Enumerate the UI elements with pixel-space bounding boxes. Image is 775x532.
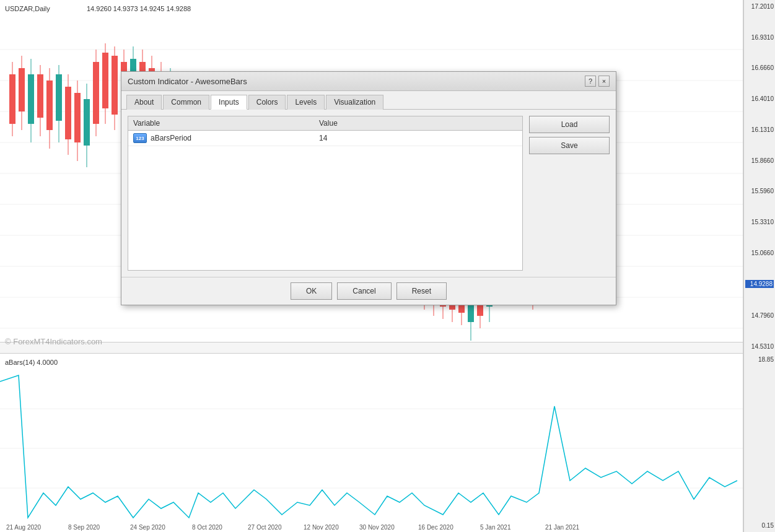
xaxis-21aug: 21 Aug 2020 (6, 524, 41, 531)
xaxis-24sep: 24 Sep 2020 (130, 524, 165, 531)
price-16-1: 16.1310 (745, 126, 774, 133)
price-15-0: 15.0660 (745, 250, 774, 256)
tab-common[interactable]: Common (163, 95, 209, 110)
price-15-5: 15.5960 (745, 188, 774, 194)
price-15-8: 15.8660 (745, 157, 774, 164)
svg-rect-27 (84, 99, 90, 146)
price-16-6: 16.6660 (745, 64, 774, 71)
variable-icon: 123 (133, 133, 147, 143)
price-14-7: 14.7960 (745, 312, 774, 319)
watermark: © ForexMT4Indicators.com (5, 337, 102, 346)
dialog-content: Variable Value 123 aBarsPeriod 14 Load S… (121, 110, 616, 277)
xaxis-bar (0, 342, 743, 353)
svg-rect-13 (19, 68, 25, 111)
oscillator-chart (0, 369, 743, 527)
dialog-controls: ? × (585, 76, 610, 87)
osc-price-high: 18.85 (745, 356, 774, 363)
svg-rect-21 (56, 74, 62, 121)
svg-rect-29 (93, 62, 99, 124)
dialog-close-button[interactable]: × (598, 76, 610, 87)
table-empty-space (128, 146, 522, 270)
xaxis-8oct: 8 Oct 2020 (192, 524, 222, 531)
chart-area: USDZAR,Daily 14.9260 14.9373 14.9245 14.… (0, 0, 775, 532)
chart-symbol-label: USDZAR,Daily (5, 5, 50, 12)
price-15-3: 15.3310 (745, 219, 774, 225)
svg-rect-19 (46, 81, 53, 130)
xaxis-8sep: 8 Sep 2020 (68, 524, 100, 531)
xaxis-12nov: 12 Nov 2020 (304, 524, 339, 531)
chart-ohlc-label: 14.9260 14.9373 14.9245 14.9288 (87, 5, 191, 12)
dialog-titlebar: Custom Indicator - AwesomeBars ? × (121, 72, 616, 91)
svg-rect-25 (74, 93, 81, 142)
price-14-5: 14.5310 (745, 343, 774, 350)
dialog: Custom Indicator - AwesomeBars ? × About… (121, 71, 616, 305)
dialog-help-button[interactable]: ? (585, 76, 596, 87)
price-16-9: 16.9310 (745, 34, 774, 41)
side-buttons: Load Save (529, 116, 610, 271)
svg-rect-11 (9, 74, 15, 124)
cancel-button[interactable]: Cancel (337, 282, 391, 300)
tab-levels[interactable]: Levels (287, 95, 325, 110)
variable-cell: 123 aBarsPeriod (133, 133, 319, 143)
price-axis-right-bottom: 18.85 0.15 (743, 353, 775, 532)
tab-inputs[interactable]: Inputs (211, 95, 247, 110)
tab-colors[interactable]: Colors (248, 95, 286, 110)
osc-price-low: 0.15 (745, 522, 774, 529)
reset-button[interactable]: Reset (396, 282, 447, 300)
save-button[interactable]: Save (529, 137, 610, 154)
svg-rect-31 (102, 53, 108, 108)
load-button[interactable]: Load (529, 116, 610, 133)
col-variable: Variable (133, 119, 319, 128)
table-row[interactable]: 123 aBarsPeriod 14 (128, 131, 522, 146)
ok-button[interactable]: OK (291, 282, 332, 300)
svg-rect-15 (28, 74, 34, 124)
table-header: Variable Value (128, 116, 522, 131)
xaxis-16dec: 16 Dec 2020 (418, 524, 453, 531)
price-axis-right-top: 17.2010 16.9310 16.6660 16.4010 16.1310 … (743, 0, 775, 353)
xaxis-30nov: 30 Nov 2020 (359, 524, 395, 531)
variable-name: aBarsPeriod (151, 134, 191, 142)
indicator-label: aBars(14) 4.0000 (5, 359, 58, 366)
dialog-tabs: About Common Inputs Colors Levels Visual… (121, 91, 616, 110)
col-value: Value (319, 119, 338, 128)
xaxis-21jan: 21 Jan 2021 (545, 524, 579, 531)
dialog-title: Custom Indicator - AwesomeBars (128, 77, 247, 86)
svg-rect-23 (65, 87, 71, 139)
svg-rect-33 (112, 56, 118, 115)
svg-rect-17 (37, 74, 43, 118)
xaxis-5jan: 5 Jan 2021 (480, 524, 511, 531)
tab-about[interactable]: About (126, 95, 162, 110)
price-16-4: 16.4010 (745, 95, 774, 102)
variables-table: Variable Value 123 aBarsPeriod 14 (128, 116, 523, 271)
tab-visualization[interactable]: Visualization (326, 95, 383, 110)
value-cell[interactable]: 14 (319, 134, 327, 142)
xaxis-27oct: 27 Oct 2020 (248, 524, 281, 531)
price-highlighted: 14.9288 (745, 280, 774, 288)
dialog-footer: OK Cancel Reset (121, 277, 616, 305)
price-17: 17.2010 (745, 3, 774, 10)
bottom-chart: aBars(14) 4.0000 21 Aug 2020 8 Sep 2020 … (0, 353, 743, 532)
